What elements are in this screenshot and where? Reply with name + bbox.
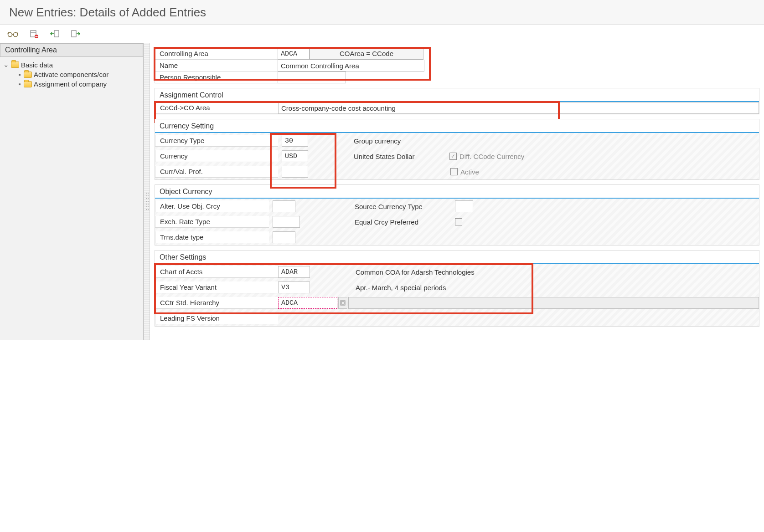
chart-of-accts-input[interactable]: ADAR <box>278 266 310 278</box>
tree-child-0[interactable]: ▪ Activate components/cor <box>2 70 141 79</box>
svg-point-1 <box>14 33 18 37</box>
exch-rate-type-input[interactable] <box>273 216 300 228</box>
navigation-tree: Controlling Area ⌄ Basic data ▪ Activate… <box>0 43 144 340</box>
currency-input[interactable]: USD <box>282 150 308 162</box>
cctr-std-hierarchy-label: CCtr Std. Hierarchy <box>155 297 278 309</box>
source-currency-input[interactable] <box>455 200 473 212</box>
tree-header: Controlling Area <box>0 43 143 57</box>
chart-of-accts-desc: Common COA for Adarsh Technologies <box>351 266 479 278</box>
cocd-co-area-label: CoCd->CO Area <box>155 102 278 114</box>
trns-date-type-input[interactable] <box>273 231 295 243</box>
tree-child-label: Activate components/cor <box>34 71 108 78</box>
exch-rate-type-label: Exch. Rate Type <box>155 216 269 228</box>
tree-root-label: Basic data <box>21 61 53 69</box>
alter-use-obj-label: Alter. Use Obj. Crcy <box>155 200 269 212</box>
tree-root[interactable]: ⌄ Basic data <box>2 60 141 70</box>
active-checkbox <box>450 168 458 175</box>
assignment-control-group: Assignment Control CoCd->CO Area Cross-c… <box>155 88 759 114</box>
fiscal-year-variant-label: Fiscal Year Variant <box>155 281 278 293</box>
currency-desc: United States Dollar <box>349 151 449 162</box>
currency-label: Currency <box>155 150 278 162</box>
alter-use-obj-input[interactable] <box>273 200 295 212</box>
folder-icon <box>11 61 19 68</box>
group-title: Assignment Control <box>155 88 759 102</box>
fiscal-year-variant-desc: Apr.- March, 4 special periods <box>351 282 450 293</box>
other-settings-group: Other Settings Chart of Accts ADAR Commo… <box>155 250 759 327</box>
object-currency-group: Object Currency Alter. Use Obj. Crcy Sou… <box>155 184 759 246</box>
source-currency-label: Source Currency Type <box>350 201 455 212</box>
cctr-desc-readonly <box>348 297 759 309</box>
diff-ccode-checkbox <box>449 153 457 160</box>
glasses-icon[interactable] <box>6 28 19 39</box>
svg-point-0 <box>8 33 12 37</box>
svg-rect-6 <box>72 31 76 37</box>
cctr-std-hierarchy-input[interactable]: ADCA <box>278 297 337 309</box>
leading-fs-version-label: Leading FS Version <box>155 312 278 324</box>
form-panel: Controlling Area ADCA COArea = CCode Nam… <box>150 43 764 340</box>
tree-child-1[interactable]: ▪ Assignment of company <box>2 79 141 89</box>
page-title: New Entries: Details of Added Entries <box>0 0 764 25</box>
fiscal-year-variant-input[interactable]: V3 <box>278 281 310 293</box>
bullet-icon: ▪ <box>17 71 22 78</box>
name-input[interactable]: Common Controlling Area <box>278 60 424 72</box>
tree-child-label: Assignment of company <box>34 80 107 88</box>
coarea-ccode-button[interactable]: COArea = CCode <box>310 48 423 60</box>
prev-entry-icon[interactable] <box>48 28 61 39</box>
trns-date-type-label: Trns.date type <box>155 231 269 243</box>
equal-crcy-checkbox[interactable] <box>455 218 462 225</box>
group-title: Other Settings <box>155 251 759 264</box>
currency-type-label: Currency Type <box>155 135 278 147</box>
curr-val-prof-label: Curr/Val. Prof. <box>155 166 278 178</box>
person-responsible-input[interactable] <box>278 72 346 83</box>
folder-icon <box>24 81 32 87</box>
bullet-icon: ▪ <box>17 80 22 88</box>
delete-icon[interactable] <box>27 28 40 39</box>
name-label: Name <box>155 60 278 72</box>
currency-type-input[interactable]: 30 <box>282 135 308 147</box>
caret-down-icon[interactable]: ⌄ <box>3 61 9 69</box>
svg-rect-5 <box>54 31 59 37</box>
curr-val-prof-input[interactable] <box>282 166 308 178</box>
svg-rect-8 <box>341 302 344 304</box>
currency-type-desc: Group currency <box>349 135 405 147</box>
toolbar <box>0 25 764 43</box>
chart-of-accts-label: Chart of Accts <box>155 266 278 278</box>
svg-rect-4 <box>36 36 38 37</box>
diff-ccode-label: Diff. CCode Currency <box>459 153 524 160</box>
currency-setting-group: Currency Setting Currency Type 30 Group … <box>155 119 759 180</box>
active-label: Active <box>460 168 479 176</box>
group-title: Currency Setting <box>155 119 759 133</box>
controlling-area-input[interactable]: ADCA <box>278 48 310 60</box>
cocd-co-area-input[interactable]: Cross-company-code cost accounting <box>278 102 759 114</box>
folder-icon <box>24 72 32 78</box>
splitter-handle[interactable] <box>144 43 150 340</box>
group-title: Object Currency <box>155 185 759 199</box>
controlling-area-label: Controlling Area <box>155 48 278 60</box>
next-entry-icon[interactable] <box>69 28 82 39</box>
value-help-icon[interactable] <box>338 297 347 309</box>
equal-crcy-label: Equal Crcy Preferred <box>350 216 455 228</box>
person-responsible-label: Person Responsible <box>155 72 278 83</box>
